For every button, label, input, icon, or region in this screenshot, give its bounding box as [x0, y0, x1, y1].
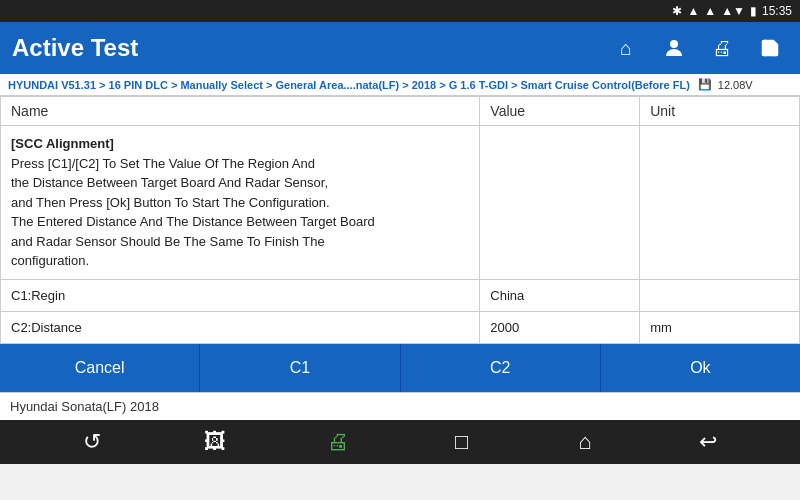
clock: 15:35	[762, 4, 792, 18]
footer-status: Hyundai Sonata(LF) 2018	[0, 392, 800, 420]
sd-icon: 💾	[698, 78, 712, 91]
user-button[interactable]	[656, 30, 692, 66]
wifi-icon: ▲	[687, 4, 699, 18]
back-icon[interactable]: ↩	[688, 429, 728, 455]
col-header-value: Value	[480, 97, 640, 126]
home-button[interactable]: ⌂	[608, 30, 644, 66]
row-unit-c2: mm	[640, 311, 800, 343]
row-name-c1: C1:Regin	[1, 279, 480, 311]
gallery-icon[interactable]: 🖼	[195, 429, 235, 455]
breadcrumb-version: 12.08V	[718, 79, 753, 91]
save-button[interactable]	[752, 30, 788, 66]
signal-icon: ▲	[704, 4, 716, 18]
bottom-nav: ↺ 🖼 🖨 □ ⌂ ↩	[0, 420, 800, 464]
status-bar: ✱ ▲ ▲ ▲▼ ▮ 15:35	[0, 0, 800, 22]
c2-button[interactable]: C2	[401, 344, 601, 392]
page-title: Active Test	[12, 34, 608, 62]
table-row: [SCC Alignment] Press [C1]/[C2] To Set T…	[1, 126, 800, 280]
vehicle-info: Hyundai Sonata(LF) 2018	[10, 399, 159, 414]
row-value-c2: 2000	[480, 311, 640, 343]
print-nav-icon[interactable]: 🖨	[318, 429, 358, 455]
row-unit-1	[640, 126, 800, 280]
row-value-1	[480, 126, 640, 280]
row-description: [SCC Alignment] Press [C1]/[C2] To Set T…	[1, 126, 480, 280]
breadcrumb: HYUNDAI V51.31 > 16 PIN DLC > Manually S…	[0, 74, 800, 96]
table-row: C2:Distance 2000 mm	[1, 311, 800, 343]
svg-point-0	[670, 40, 678, 48]
square-icon[interactable]: □	[442, 429, 482, 455]
refresh-icon[interactable]: ↺	[72, 429, 112, 455]
ok-button[interactable]: Ok	[601, 344, 800, 392]
home-nav-icon[interactable]: ⌂	[565, 429, 605, 455]
header: Active Test ⌂ 🖨	[0, 22, 800, 74]
description-title: [SCC Alignment]	[11, 136, 114, 151]
header-icons: ⌂ 🖨	[608, 30, 788, 66]
network-icon: ▲▼	[721, 4, 745, 18]
c1-button[interactable]: C1	[200, 344, 400, 392]
breadcrumb-text: HYUNDAI V51.31 > 16 PIN DLC > Manually S…	[8, 79, 690, 91]
status-icons: ✱ ▲ ▲ ▲▼ ▮ 15:35	[672, 4, 792, 18]
col-header-name: Name	[1, 97, 480, 126]
row-unit-c1	[640, 279, 800, 311]
row-name-c2: C2:Distance	[1, 311, 480, 343]
col-header-unit: Unit	[640, 97, 800, 126]
battery-icon: ▮	[750, 4, 757, 18]
button-bar: Cancel C1 C2 Ok	[0, 344, 800, 392]
row-value-c1: China	[480, 279, 640, 311]
data-table: Name Value Unit [SCC Alignment] Press [C…	[0, 96, 800, 344]
bluetooth-icon: ✱	[672, 4, 682, 18]
print-button[interactable]: 🖨	[704, 30, 740, 66]
cancel-button[interactable]: Cancel	[0, 344, 200, 392]
table-row: C1:Regin China	[1, 279, 800, 311]
